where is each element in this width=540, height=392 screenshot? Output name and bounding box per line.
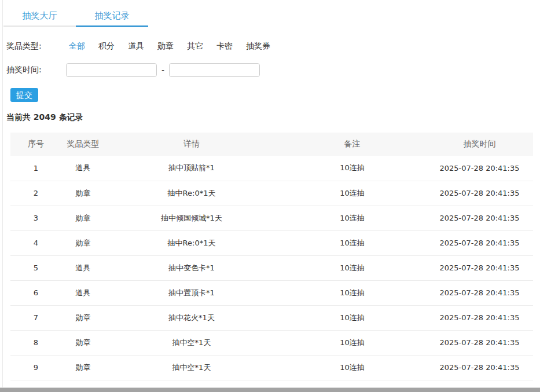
prize-type-option-2[interactable]: 积分 bbox=[98, 41, 115, 50]
table-cell: 2025-07-28 20:41:35 bbox=[426, 330, 533, 355]
table-cell: 抽中Re:0*1天 bbox=[105, 181, 278, 206]
records-table: 序号奖品类型详情备注抽奖时间 1道具抽中顶贴箭*110连抽2025-07-28 … bbox=[10, 133, 533, 380]
draw-time-end-input[interactable] bbox=[169, 63, 260, 77]
table-header-cell-3: 详情 bbox=[105, 133, 278, 156]
submit-button[interactable]: 提交 bbox=[10, 88, 38, 102]
table-row: 2勋章抽中Re:0*1天10连抽2025-07-28 20:41:35 bbox=[10, 181, 533, 206]
table-cell: 抽中顶贴箭*1 bbox=[105, 156, 278, 181]
table-cell: 勋章 bbox=[61, 355, 105, 380]
table-cell: 抽中空*1天 bbox=[105, 330, 278, 355]
table-cell: 抽中倾国倾城*1天 bbox=[105, 206, 278, 230]
table-cell: 抽中Re:0*1天 bbox=[105, 230, 278, 255]
table-header-cell-2: 奖品类型 bbox=[61, 133, 105, 156]
table-cell: 勋章 bbox=[61, 230, 105, 255]
table-header-cell-5: 抽奖时间 bbox=[426, 133, 533, 156]
table-row: 3勋章抽中倾国倾城*1天10连抽2025-07-28 20:41:35 bbox=[10, 206, 533, 230]
table-cell: 2025-07-28 20:41:35 bbox=[426, 280, 533, 305]
prize-type-option-1[interactable]: 全部 bbox=[69, 41, 85, 50]
table-header-cell-1: 序号 bbox=[10, 133, 61, 156]
prize-type-options: 全部积分道具勋章其它卡密抽奖券 bbox=[69, 41, 284, 52]
table-cell: 10连抽 bbox=[278, 230, 426, 255]
table-cell: 道具 bbox=[61, 156, 105, 181]
table-cell: 5 bbox=[10, 255, 61, 280]
table-cell: 9 bbox=[10, 355, 61, 380]
draw-time-start-input[interactable] bbox=[66, 63, 157, 77]
table-row: 1道具抽中顶贴箭*110连抽2025-07-28 20:41:35 bbox=[10, 156, 533, 181]
table-cell: 6 bbox=[10, 280, 61, 305]
draw-time-label: 抽奖时间: bbox=[6, 65, 66, 75]
table-header-cell-4: 备注 bbox=[278, 133, 426, 156]
table-row: 4勋章抽中Re:0*1天10连抽2025-07-28 20:41:35 bbox=[10, 230, 533, 255]
draw-time-separator: - bbox=[161, 65, 164, 75]
table-cell: 10连抽 bbox=[278, 156, 426, 181]
table-cell: 勋章 bbox=[61, 181, 105, 206]
tab-lottery-records[interactable]: 抽奖记录 bbox=[76, 6, 148, 27]
record-count: 当前共 2049 条记录 bbox=[6, 112, 540, 123]
prize-type-option-4[interactable]: 勋章 bbox=[157, 41, 174, 50]
table-row: 9勋章抽中空*1天10连抽2025-07-28 20:41:35 bbox=[10, 355, 533, 380]
table-row: 7勋章抽中花火*1天10连抽2025-07-28 20:41:35 bbox=[10, 305, 533, 330]
table-header-row: 序号奖品类型详情备注抽奖时间 bbox=[10, 133, 533, 156]
table-cell: 3 bbox=[10, 206, 61, 230]
table-cell: 10连抽 bbox=[278, 305, 426, 330]
table-cell: 抽中花火*1天 bbox=[105, 305, 278, 330]
table-cell: 2025-07-28 20:41:35 bbox=[426, 156, 533, 181]
prize-type-option-6[interactable]: 卡密 bbox=[216, 41, 233, 50]
table-row: 8勋章抽中空*1天10连抽2025-07-28 20:41:35 bbox=[10, 330, 533, 355]
table-cell: 道具 bbox=[61, 280, 105, 305]
table-cell: 10连抽 bbox=[278, 255, 426, 280]
table-cell: 勋章 bbox=[61, 330, 105, 355]
table-cell: 1 bbox=[10, 156, 61, 181]
table-cell: 2025-07-28 20:41:35 bbox=[426, 355, 533, 380]
table-cell: 勋章 bbox=[61, 305, 105, 330]
tab-lottery-hall[interactable]: 抽奖大厅 bbox=[3, 6, 76, 27]
table-cell: 10连抽 bbox=[278, 330, 426, 355]
table-cell: 7 bbox=[10, 305, 61, 330]
prize-type-option-7[interactable]: 抽奖券 bbox=[246, 41, 270, 50]
horizontal-scrollbar[interactable] bbox=[0, 387, 540, 392]
table-cell: 4 bbox=[10, 230, 61, 255]
tab-bar: 抽奖大厅 抽奖记录 bbox=[3, 6, 540, 27]
table-cell: 10连抽 bbox=[278, 280, 426, 305]
table-cell: 2025-07-28 20:41:35 bbox=[426, 230, 533, 255]
table-cell: 勋章 bbox=[61, 206, 105, 230]
table-row: 6道具抽中置顶卡*110连抽2025-07-28 20:41:35 bbox=[10, 280, 533, 305]
prize-type-option-3[interactable]: 道具 bbox=[128, 41, 144, 50]
table-cell: 2025-07-28 20:41:35 bbox=[426, 305, 533, 330]
table-cell: 抽中空*1天 bbox=[105, 355, 278, 380]
prize-type-option-5[interactable]: 其它 bbox=[187, 41, 203, 50]
table-cell: 10连抽 bbox=[278, 181, 426, 206]
table-cell: 抽中变色卡*1 bbox=[105, 255, 278, 280]
prize-type-label: 奖品类型: bbox=[6, 41, 69, 52]
draw-time-filter-row: 抽奖时间: - bbox=[6, 63, 540, 77]
table-cell: 10连抽 bbox=[278, 355, 426, 380]
table-cell: 10连抽 bbox=[278, 206, 426, 230]
table-cell: 2025-07-28 20:41:35 bbox=[426, 206, 533, 230]
table-cell: 2 bbox=[10, 181, 61, 206]
table-cell: 8 bbox=[10, 330, 61, 355]
table-cell: 道具 bbox=[61, 255, 105, 280]
table-row: 5道具抽中变色卡*110连抽2025-07-28 20:41:35 bbox=[10, 255, 533, 280]
table-cell: 2025-07-28 20:41:35 bbox=[426, 255, 533, 280]
table-cell: 2025-07-28 20:41:35 bbox=[426, 181, 533, 206]
prize-type-filter-row: 奖品类型: 全部积分道具勋章其它卡密抽奖券 bbox=[6, 41, 540, 52]
page-container: 抽奖大厅 抽奖记录 奖品类型: 全部积分道具勋章其它卡密抽奖券 抽奖时间: - … bbox=[2, 0, 540, 387]
table-cell: 抽中置顶卡*1 bbox=[105, 280, 278, 305]
